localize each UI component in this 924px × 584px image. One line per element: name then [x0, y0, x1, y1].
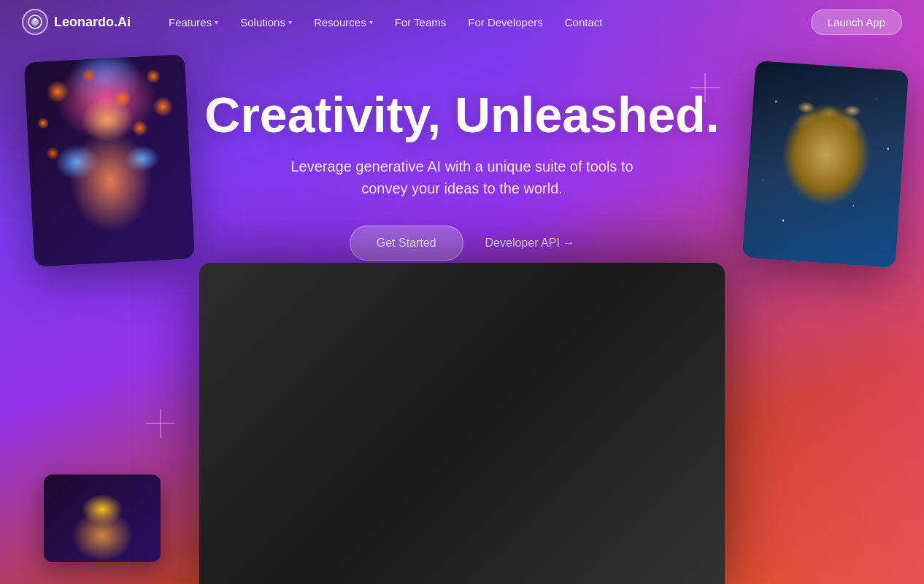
svg-point-2 [34, 18, 36, 21]
app-screenshot: Leonardo.Ai L Leonard DV ▾ ✦ Unlimited ⌂… [199, 263, 725, 584]
nav-resources[interactable]: Resources ▾ [305, 12, 382, 33]
cat-stars [742, 61, 909, 268]
community-grid [317, 554, 716, 584]
app-body: L Leonard DV ▾ ✦ Unlimited ⌂ Home ⊞ Libr… [199, 299, 725, 584]
bottom-left-content [44, 474, 161, 562]
app-main-content: Bring your ideas to life One platform, i… [309, 299, 725, 584]
logo[interactable]: Leonardo.Ai [22, 9, 131, 35]
logo-text: Leonardo.Ai [54, 15, 131, 30]
get-started-button[interactable]: Get Started [350, 226, 463, 261]
chevron-down-icon: ▾ [369, 18, 373, 26]
app-content-area: Featured Guides How to Use STYLEREFERENC… [309, 410, 725, 584]
navbar: Leonardo.Ai Features ▾ Solutions ▾ Resou… [0, 0, 924, 44]
hero-image-left [24, 54, 195, 266]
chevron-down-icon: ▾ [288, 18, 292, 26]
chevron-down-icon: ▾ [215, 18, 218, 26]
orange-balls-decoration [24, 54, 195, 266]
hero-subtitle: Leverage generative AI with a unique sui… [280, 155, 644, 199]
nav-links: Features ▾ Solutions ▾ Resources ▾ For T… [160, 12, 811, 33]
cross-decoration-bottom [146, 409, 175, 438]
launch-app-button[interactable]: Launch App [811, 9, 902, 35]
nav-features[interactable]: Features ▾ [160, 12, 227, 33]
nav-right: Launch App [811, 9, 902, 35]
nav-for-developers[interactable]: For Developers [459, 12, 552, 33]
nav-for-teams[interactable]: For Teams [386, 12, 455, 33]
logo-icon [22, 9, 48, 35]
hero-image-bottom-left [44, 474, 161, 562]
community-card-5[interactable] [641, 554, 716, 584]
community-card-5-content [641, 554, 716, 584]
nav-solutions[interactable]: Solutions ▾ [231, 12, 301, 33]
nav-contact[interactable]: Contact [556, 12, 612, 33]
hero-image-right [742, 61, 909, 268]
hero-title: Creativity, Unleashed. [204, 88, 719, 142]
hero-buttons: Get Started Developer API → [350, 226, 575, 261]
dev-api-link[interactable]: Developer API → [485, 237, 575, 250]
